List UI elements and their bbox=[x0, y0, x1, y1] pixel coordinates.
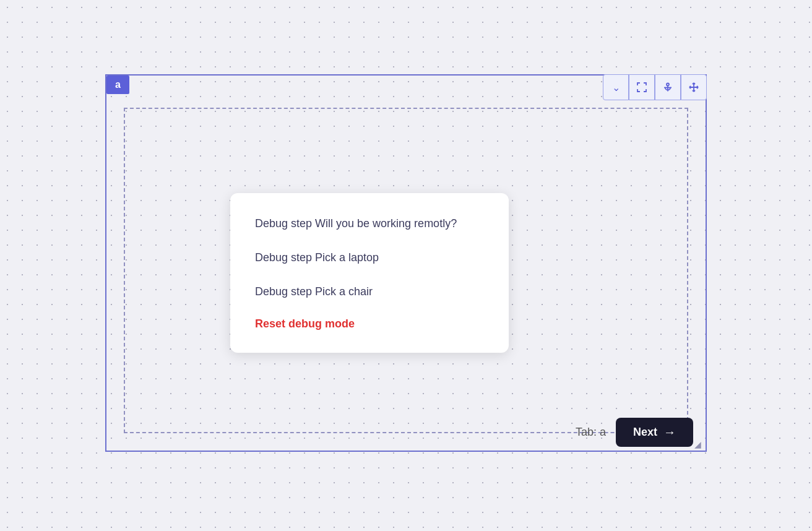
debug-item-2[interactable]: Debug step Pick a laptop bbox=[255, 249, 484, 266]
reset-debug-button[interactable]: Reset debug mode bbox=[255, 317, 355, 330]
next-arrow-icon: → bbox=[663, 425, 676, 439]
collapse-button[interactable]: ⌄ bbox=[603, 74, 629, 100]
svg-point-0 bbox=[667, 84, 669, 86]
debug-item-1[interactable]: Debug step Will you be working remotly? bbox=[255, 215, 484, 232]
toolbar: ⌄ bbox=[603, 74, 707, 100]
anchor-button[interactable] bbox=[655, 74, 681, 100]
debug-item-3[interactable]: Debug step Pick a chair bbox=[255, 283, 484, 300]
tab-label: a bbox=[106, 76, 129, 94]
expand-button[interactable] bbox=[629, 74, 655, 100]
debug-card: Debug step Will you be working remotly? … bbox=[230, 193, 509, 353]
canvas-container: a ⌄ Debug step Will you be working remot… bbox=[105, 74, 707, 452]
bottom-bar: Tab: a Next → bbox=[106, 413, 706, 451]
next-label: Next bbox=[633, 426, 657, 439]
next-button[interactable]: Next → bbox=[616, 418, 693, 447]
tab-indicator: Tab: a bbox=[576, 426, 606, 439]
move-button[interactable] bbox=[681, 74, 707, 100]
resize-handle[interactable]: ◢ bbox=[694, 439, 704, 449]
